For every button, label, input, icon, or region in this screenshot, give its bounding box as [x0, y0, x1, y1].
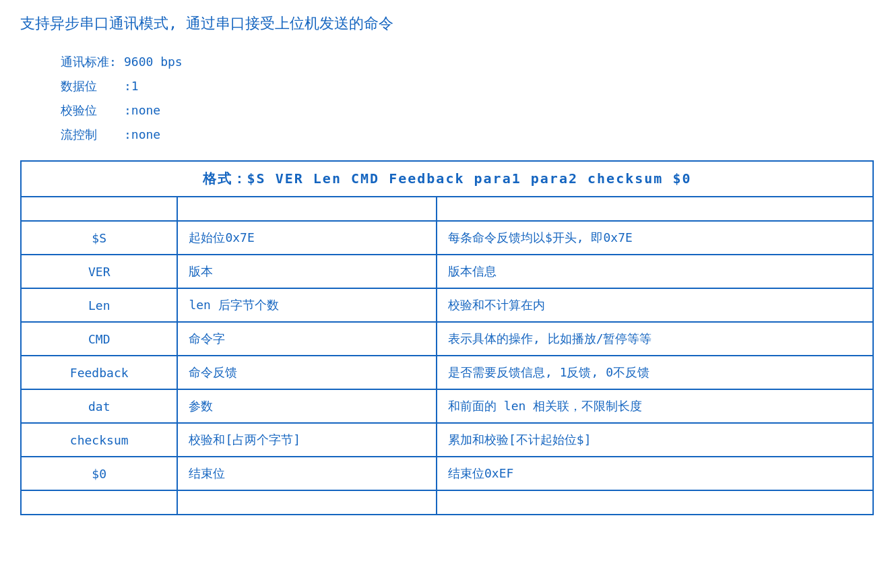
field-cell: VER	[21, 255, 177, 288]
baud-value: 9600 bps	[124, 50, 183, 74]
detail-cell: 校验和不计算在内	[437, 288, 873, 322]
field-cell: dat	[21, 389, 177, 423]
baud-label: 通讯标准:	[61, 50, 121, 74]
intro-text: 支持异步串口通讯模式, 通过串口接受上位机发送的命令	[20, 13, 874, 34]
empty-row-top	[21, 197, 873, 221]
field-cell: checksum	[21, 423, 177, 457]
data-value: :1	[124, 74, 139, 98]
flow-value: :none	[124, 123, 160, 147]
detail-cell: 表示具体的操作, 比如播放/暂停等等	[437, 322, 873, 356]
desc-cell: 版本	[177, 255, 437, 288]
desc-cell: 结束位	[177, 457, 437, 490]
baud-rate-row: 通讯标准: 9600 bps	[61, 50, 874, 74]
protocol-table: 格式：$S VER Len CMD Feedback para1 para2 c…	[20, 160, 874, 515]
desc-cell: 校验和[占两个字节]	[177, 423, 437, 457]
table-row: $0结束位结束位0xEF	[21, 457, 873, 490]
table-row: dat参数和前面的 len 相关联，不限制长度	[21, 389, 873, 423]
flow-row: 流控制 :none	[61, 123, 874, 147]
specs-section: 通讯标准: 9600 bps 数据位 :1 校验位 :none 流控制 :non…	[61, 50, 874, 147]
detail-cell: 和前面的 len 相关联，不限制长度	[437, 389, 873, 423]
table-row: CMD命令字表示具体的操作, 比如播放/暂停等等	[21, 322, 873, 356]
desc-cell: 起始位0x7E	[177, 221, 437, 255]
table-row: $S起始位0x7E每条命令反馈均以$开头, 即0x7E	[21, 221, 873, 255]
table-header: 格式：$S VER Len CMD Feedback para1 para2 c…	[21, 161, 873, 197]
flow-label: 流控制	[61, 123, 121, 147]
desc-cell: len 后字节个数	[177, 288, 437, 322]
parity-value: :none	[124, 98, 160, 123]
field-cell: Len	[21, 288, 177, 322]
desc-cell: 参数	[177, 389, 437, 423]
table-row: Feedback命令反馈是否需要反馈信息, 1反馈, 0不反馈	[21, 356, 873, 389]
detail-cell: 结束位0xEF	[437, 457, 873, 490]
detail-cell: 累加和校验[不计起始位$]	[437, 423, 873, 457]
data-label: 数据位	[61, 74, 121, 98]
field-cell: CMD	[21, 322, 177, 356]
field-cell: Feedback	[21, 356, 177, 389]
desc-cell: 命令字	[177, 322, 437, 356]
parity-row: 校验位 :none	[61, 98, 874, 123]
table-row: Lenlen 后字节个数校验和不计算在内	[21, 288, 873, 322]
parity-label: 校验位	[61, 98, 121, 123]
empty-row-bottom	[21, 490, 873, 515]
data-bits-row: 数据位 :1	[61, 74, 874, 98]
desc-cell: 命令反馈	[177, 356, 437, 389]
table-row: VER版本版本信息	[21, 255, 873, 288]
field-cell: $0	[21, 457, 177, 490]
table-header-row: 格式：$S VER Len CMD Feedback para1 para2 c…	[21, 161, 873, 197]
field-cell: $S	[21, 221, 177, 255]
detail-cell: 版本信息	[437, 255, 873, 288]
detail-cell: 是否需要反馈信息, 1反馈, 0不反馈	[437, 356, 873, 389]
table-row: checksum校验和[占两个字节]累加和校验[不计起始位$]	[21, 423, 873, 457]
detail-cell: 每条命令反馈均以$开头, 即0x7E	[437, 221, 873, 255]
